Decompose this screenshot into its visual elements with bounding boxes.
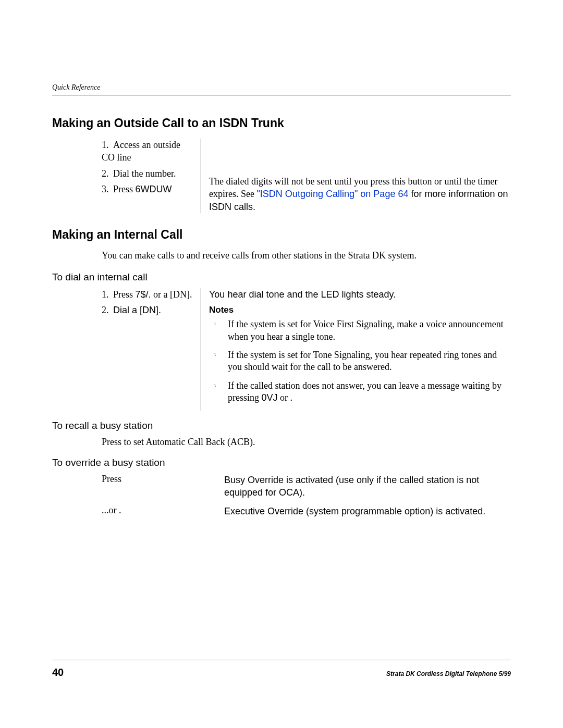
note-text: or . xyxy=(278,392,293,403)
step-number: 1. xyxy=(102,139,113,151)
page-number: 40 xyxy=(52,667,64,678)
step-number: 2. xyxy=(102,167,113,180)
subhead-recall: To recall a busy station xyxy=(52,420,511,431)
key-name: 0VJ xyxy=(262,392,278,403)
override-right-2: Executive Override (system programmable … xyxy=(224,505,511,517)
dial-step-2: 2.Dial a [DN]. xyxy=(102,304,193,316)
footer-rule xyxy=(52,660,511,660)
recall-text: Press to set Automatic Call Back (ACB). xyxy=(52,437,511,448)
subhead-override: To override a busy station xyxy=(52,457,511,468)
step-text: Dial the number. xyxy=(113,168,176,179)
footer: 40 Strata DK Cordless Digital Telephone … xyxy=(52,660,511,678)
step-text: Press xyxy=(113,184,136,194)
internal-intro: You can make calls to and receive calls … xyxy=(102,250,511,261)
override-left-1: Press xyxy=(52,474,224,499)
note-item: If the system is set for Tone Signaling,… xyxy=(219,349,511,374)
step-number: 1. xyxy=(102,288,113,301)
isdn-step-3: 3.Press 6WDUW xyxy=(102,183,193,195)
running-header: Quick Reference xyxy=(52,83,511,92)
heading-isdn: Making an Outside Call to an ISDN Trunk xyxy=(52,116,511,130)
step-number: 2. xyxy=(102,304,113,316)
dial-step-1: 1.Press 7$/. or a [DN]. xyxy=(102,288,193,301)
spacer xyxy=(209,139,511,175)
isdn-step-2: 2.Dial the number. xyxy=(102,167,193,180)
note-item: If the system is set for Voice First Sig… xyxy=(219,318,511,343)
isdn-link[interactable]: "ISDN Outgoing Calling" on Page 64 xyxy=(256,189,408,199)
key-name: 7$/. xyxy=(136,289,151,300)
heading-internal: Making an Internal Call xyxy=(52,228,511,242)
note-item: If the called station does not answer, y… xyxy=(219,380,511,404)
notes-label: Notes xyxy=(209,305,511,315)
isdn-step-1: 1.Access an outside CO line xyxy=(102,139,193,164)
footer-title: Strata DK Cordless Digital Telephone 5/9… xyxy=(386,670,511,677)
dial-right-1: You hear dial tone and the LED lights st… xyxy=(209,288,511,301)
header-rule xyxy=(52,95,511,95)
override-left-2: ...or . xyxy=(52,505,224,517)
isdn-description: The dialed digits will not be sent until… xyxy=(209,175,511,213)
step-text: or a [DN]. xyxy=(151,289,192,300)
step-number: 3. xyxy=(102,183,113,195)
step-text: Press xyxy=(113,289,136,300)
step-text: Access an outside CO line xyxy=(102,140,180,163)
step-text: Dial a [DN]. xyxy=(113,305,161,315)
override-right-1: Busy Override is activated (use only if … xyxy=(224,474,511,499)
subhead-dial: To dial an internal call xyxy=(52,272,511,283)
key-name: 6WDUW xyxy=(136,184,172,194)
